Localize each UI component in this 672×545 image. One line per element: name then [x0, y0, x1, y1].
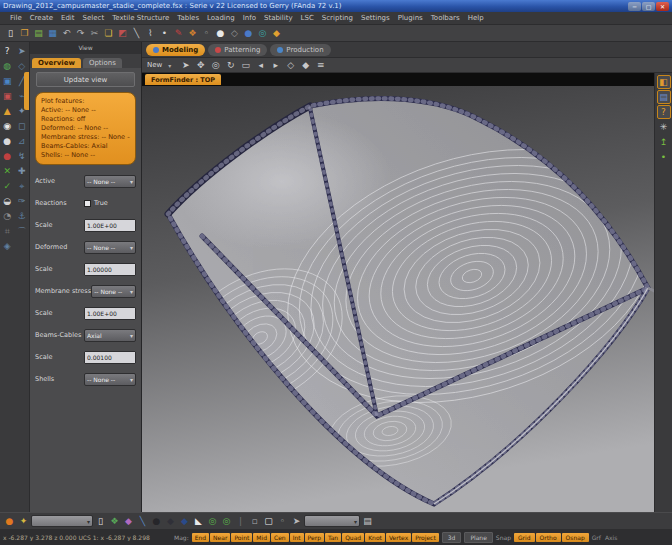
- torus-tool-icon[interactable]: ◎: [256, 27, 269, 40]
- gem-dark-icon[interactable]: ◆: [164, 515, 177, 528]
- cube-white-icon[interactable]: ▢: [262, 515, 275, 528]
- page-icon[interactable]: ▯: [94, 515, 107, 528]
- update-view-button[interactable]: Update view: [36, 72, 135, 87]
- zoom-window-icon[interactable]: ▭: [239, 59, 252, 72]
- menu-item[interactable]: Tables: [173, 14, 203, 22]
- next-view-icon[interactable]: ▸: [269, 59, 282, 72]
- gauge-icon[interactable]: ◒: [1, 194, 14, 209]
- frame-tool-icon[interactable]: ◻: [15, 119, 28, 134]
- help-view-icon[interactable]: ?: [657, 105, 671, 119]
- viewport-tab-formfinder-top[interactable]: FormFinder : TOP: [145, 74, 221, 85]
- blob-light-icon[interactable]: ●: [1, 134, 14, 149]
- gem-blue-icon[interactable]: ◆: [178, 515, 191, 528]
- snap-toggle[interactable]: Near: [210, 533, 230, 542]
- divider-icon[interactable]: |: [234, 515, 247, 528]
- layer-combo[interactable]: ▾: [31, 515, 93, 527]
- blob-red-icon[interactable]: ●: [1, 149, 14, 164]
- snap-toggle[interactable]: Point: [231, 533, 252, 542]
- ring-green-2-icon[interactable]: ◎: [220, 515, 233, 528]
- arrow-up-green-icon[interactable]: ↥: [657, 135, 671, 149]
- undo-icon[interactable]: ↶: [60, 27, 73, 40]
- node-tool-icon[interactable]: ◦: [200, 27, 213, 40]
- point-green-icon[interactable]: •: [657, 150, 671, 164]
- sphere-blue-icon[interactable]: ●: [242, 27, 255, 40]
- pan-hand-icon[interactable]: ✥: [194, 59, 207, 72]
- grid-small-icon[interactable]: ⌗: [1, 224, 14, 239]
- mode-3d-button[interactable]: 3d: [442, 532, 462, 543]
- beams-scale-input[interactable]: [84, 351, 136, 364]
- pen-blue-icon[interactable]: ╲: [136, 515, 149, 528]
- zoom-icon[interactable]: ◎: [209, 59, 222, 72]
- gem-multi-icon[interactable]: ◆: [122, 515, 135, 528]
- shaded-icon[interactable]: ◆: [299, 59, 312, 72]
- wedge-icon[interactable]: ◣: [192, 515, 205, 528]
- new-file-icon[interactable]: ▯: [4, 27, 17, 40]
- menu-item[interactable]: Toolbars: [427, 14, 464, 22]
- menu-item[interactable]: Select: [79, 14, 109, 22]
- gem-icon[interactable]: ◈: [1, 239, 14, 254]
- layers-panel-icon[interactable]: ▤: [657, 90, 671, 104]
- tab-production[interactable]: Production: [270, 44, 330, 56]
- rotate-view-icon[interactable]: ↻: [224, 59, 237, 72]
- snap-toggle[interactable]: Cen: [271, 533, 289, 542]
- ring-green-1-icon[interactable]: ◎: [206, 515, 219, 528]
- arrow-r-icon[interactable]: ➤: [290, 515, 303, 528]
- close-button[interactable]: ✕: [656, 2, 669, 11]
- mesh-tool-icon[interactable]: ◇: [228, 27, 241, 40]
- reactions-scale-input[interactable]: [84, 219, 136, 232]
- maximize-button[interactable]: ▢: [642, 2, 655, 11]
- hook-tool-icon[interactable]: ⌒: [15, 224, 28, 239]
- snap-toggle[interactable]: End: [192, 533, 209, 542]
- menu-item[interactable]: Plugins: [394, 14, 427, 22]
- snap-toggle[interactable]: Mid: [253, 533, 270, 542]
- plus-tool-icon[interactable]: ✚: [15, 164, 28, 179]
- snap-magnet-icon[interactable]: ●: [3, 515, 16, 528]
- anchor-tool-icon[interactable]: ⚓: [15, 209, 28, 224]
- menu-item[interactable]: Stability: [260, 14, 297, 22]
- deformed-dropdown[interactable]: -- None -- ▾: [84, 241, 136, 254]
- line-tool-icon[interactable]: ╲: [130, 27, 143, 40]
- menu-item[interactable]: Textile Structure: [108, 14, 173, 22]
- warning-icon[interactable]: ▲: [1, 104, 14, 119]
- scale-combo[interactable]: ▾: [304, 515, 360, 527]
- status-toggle[interactable]: Ortho: [536, 533, 561, 542]
- active-dropdown[interactable]: -- None -- ▾: [84, 175, 136, 188]
- panel-flyout-tab[interactable]: [24, 72, 29, 110]
- clock-icon[interactable]: ◔: [1, 209, 14, 224]
- snap-toggle[interactable]: Tan: [325, 533, 341, 542]
- status-toggle[interactable]: Osnap: [562, 533, 589, 542]
- cut-icon[interactable]: ✂: [88, 27, 101, 40]
- wireframe-icon[interactable]: ◇: [284, 59, 297, 72]
- pencil-tool-icon[interactable]: ✑: [15, 194, 28, 209]
- confirm-icon[interactable]: ✓: [1, 179, 14, 194]
- membrane-scale-input[interactable]: [84, 307, 136, 320]
- paint-tool-icon[interactable]: ❖: [186, 27, 199, 40]
- redo-icon[interactable]: ↷: [74, 27, 87, 40]
- tab-overview[interactable]: Overview: [32, 58, 81, 68]
- box-grey-icon[interactable]: ▫: [248, 515, 261, 528]
- render-sphere-icon[interactable]: ◍: [1, 59, 14, 74]
- pen-tool-icon[interactable]: ✎: [172, 27, 185, 40]
- menu-item[interactable]: Info: [239, 14, 260, 22]
- palette-icon[interactable]: ❖: [108, 515, 121, 528]
- pointer-icon[interactable]: ➤: [179, 59, 192, 72]
- blob-white-icon[interactable]: ◉: [1, 119, 14, 134]
- menu-item[interactable]: Edit: [57, 14, 79, 22]
- view-menu-icon[interactable]: ≡: [314, 59, 327, 72]
- import-icon[interactable]: ▦: [46, 27, 59, 40]
- capture-icon[interactable]: ◧: [657, 75, 671, 89]
- deformed-scale-input[interactable]: [84, 263, 136, 276]
- prev-view-icon[interactable]: ◂: [254, 59, 267, 72]
- snap-toggle[interactable]: Knot: [365, 533, 385, 542]
- printer-icon[interactable]: ▤: [361, 515, 374, 528]
- help-icon[interactable]: ?: [1, 44, 14, 59]
- menu-item[interactable]: File: [6, 14, 26, 22]
- snap-toggle[interactable]: Vertex: [386, 533, 411, 542]
- delete-icon[interactable]: ✕: [1, 164, 14, 179]
- tab-patterning[interactable]: Patterning: [208, 44, 267, 56]
- panel-red-icon[interactable]: ▣: [1, 89, 14, 104]
- snap-toggle[interactable]: Quad: [342, 533, 364, 542]
- snap-toggle[interactable]: Int: [290, 533, 304, 542]
- status-toggle[interactable]: Grid: [514, 533, 535, 542]
- save-icon[interactable]: ▤: [32, 27, 45, 40]
